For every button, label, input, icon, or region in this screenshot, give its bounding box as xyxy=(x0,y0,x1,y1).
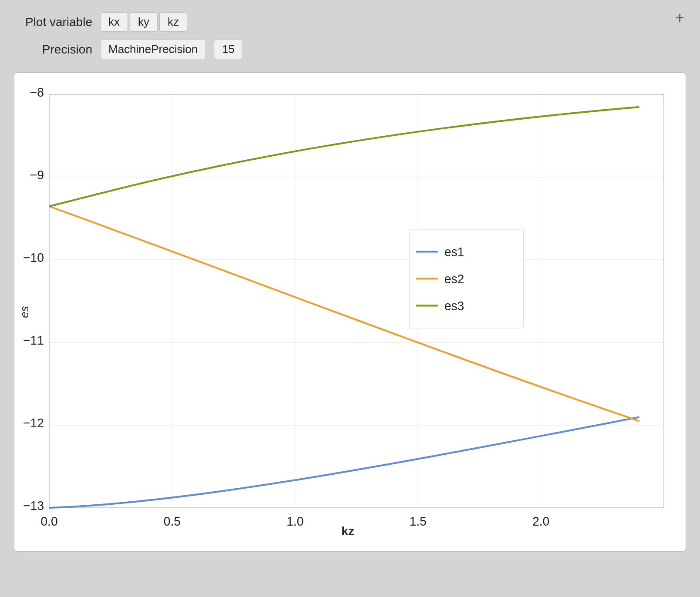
plot-variable-row: Plot variable kx ky kz xyxy=(14,12,686,32)
y-axis-label: es xyxy=(18,306,31,318)
curve-es2 xyxy=(49,206,639,421)
svg-text:1.5: 1.5 xyxy=(410,514,427,528)
plot-inner: −8 −9 −10 −11 −12 −13 0.0 0.5 1.0 1.5 2.… xyxy=(49,94,664,508)
controls-panel: Plot variable kx ky kz Precision Machine… xyxy=(0,0,700,68)
curve-es1 xyxy=(49,417,639,508)
chart-container: es kz xyxy=(14,72,686,552)
svg-text:es2: es2 xyxy=(444,272,464,285)
chart-area: es kz xyxy=(23,86,673,538)
add-button[interactable]: + xyxy=(675,9,684,27)
plot-var-ky-button[interactable]: ky xyxy=(130,12,158,32)
svg-text:2.0: 2.0 xyxy=(532,514,549,528)
svg-text:−10: −10 xyxy=(23,251,44,265)
svg-text:1.0: 1.0 xyxy=(286,514,303,528)
curve-es3 xyxy=(49,107,639,206)
svg-text:−9: −9 xyxy=(30,168,44,182)
svg-text:0.5: 0.5 xyxy=(164,514,181,528)
plot-var-kz-button[interactable]: kz xyxy=(159,12,187,32)
svg-text:−12: −12 xyxy=(23,416,44,430)
svg-text:−11: −11 xyxy=(23,333,44,347)
precision-value-button[interactable]: 15 xyxy=(214,40,243,59)
x-axis-label: kz xyxy=(341,524,354,538)
plot-variable-buttons: kx ky kz xyxy=(100,12,187,32)
svg-text:−13: −13 xyxy=(23,499,44,513)
svg-text:es1: es1 xyxy=(444,245,464,258)
plot-variable-label: Plot variable xyxy=(14,15,92,29)
plot-var-kx-button[interactable]: kx xyxy=(100,12,128,32)
precision-type-button[interactable]: MachinePrecision xyxy=(100,40,206,59)
plot-svg: −8 −9 −10 −11 −12 −13 0.0 0.5 1.0 1.5 2.… xyxy=(49,94,664,508)
svg-text:−8: −8 xyxy=(30,85,44,99)
svg-text:es3: es3 xyxy=(444,298,464,312)
precision-row: Precision MachinePrecision 15 xyxy=(14,40,686,59)
precision-label: Precision xyxy=(14,43,92,57)
svg-text:0.0: 0.0 xyxy=(40,514,57,528)
